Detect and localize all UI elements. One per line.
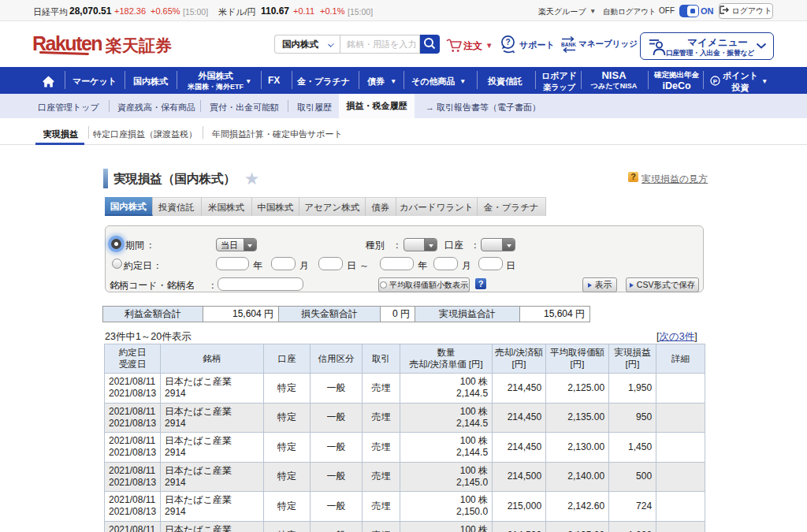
svg-text:?: ? [505, 38, 510, 47]
svg-text:P: P [713, 78, 718, 85]
svg-text:BANK: BANK [561, 42, 576, 47]
